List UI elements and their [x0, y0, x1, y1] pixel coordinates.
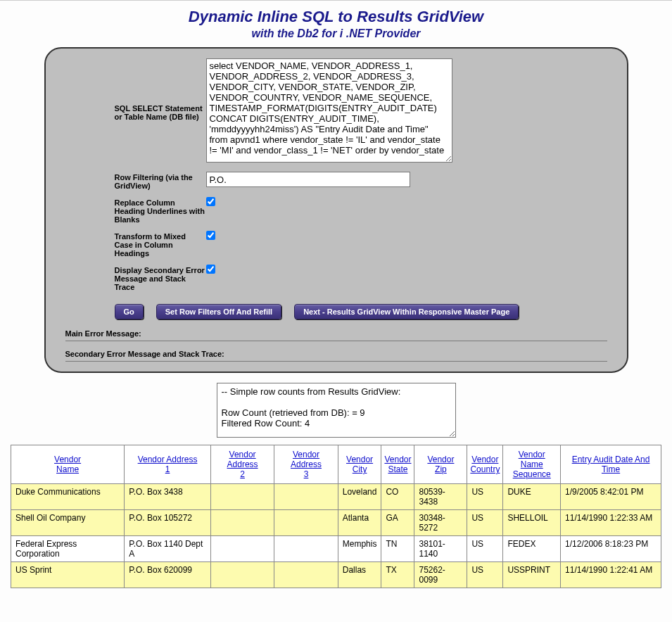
- go-button[interactable]: Go: [115, 304, 144, 319]
- query-panel: SQL SELECT Statement or Table Name (DB f…: [44, 47, 628, 373]
- table-cell: FEDEX: [503, 536, 561, 562]
- results-grid: VendorNameVendor Address1Vendor Address2…: [11, 445, 661, 588]
- table-cell: 1/12/2006 8:18:23 PM: [561, 536, 661, 562]
- table-cell: 11/14/1990 1:22:41 AM: [561, 562, 661, 588]
- column-header[interactable]: Entry Audit Date And Time: [561, 445, 661, 484]
- table-cell: [274, 562, 338, 588]
- table-cell: TX: [381, 562, 414, 588]
- mixed-case-label: Transform to Mixed Case in Column Headin…: [65, 231, 206, 258]
- table-cell: P.O. Box 1140 Dept A: [125, 536, 211, 562]
- table-cell: 80539-3438: [414, 484, 467, 510]
- set-row-filters-off-button[interactable]: Set Row Filters Off And Refill: [156, 304, 281, 319]
- table-cell: GA: [381, 510, 414, 536]
- table-cell: Dallas: [338, 562, 381, 588]
- table-cell: 30348-5272: [414, 510, 467, 536]
- sql-input[interactable]: [206, 58, 452, 163]
- table-cell: 1/9/2005 8:42:01 PM: [561, 484, 661, 510]
- filter-label: Row Filtering (via the GridView): [65, 172, 206, 190]
- table-cell: Federal Express Corporation: [11, 536, 125, 562]
- table-cell: [210, 536, 274, 562]
- row-counts-output: [217, 383, 456, 438]
- table-row: US SprintP.O. Box 620099DallasTX75262-00…: [11, 562, 661, 588]
- table-cell: Shell Oil Company: [11, 510, 125, 536]
- table-cell: USSPRINT: [503, 562, 561, 588]
- table-cell: 38101-1140: [414, 536, 467, 562]
- column-header[interactable]: Vendor Address1: [125, 445, 211, 484]
- table-cell: 11/14/1990 1:22:33 AM: [561, 510, 661, 536]
- table-cell: CO: [381, 484, 414, 510]
- table-cell: [274, 510, 338, 536]
- table-cell: TN: [381, 536, 414, 562]
- table-cell: US: [467, 536, 503, 562]
- table-row: Shell Oil CompanyP.O. Box 105272AtlantaG…: [11, 510, 661, 536]
- table-cell: DUKE: [503, 484, 561, 510]
- table-cell: Loveland: [338, 484, 381, 510]
- table-cell: US: [467, 484, 503, 510]
- table-cell: US: [467, 510, 503, 536]
- column-header[interactable]: Vendor Address2: [210, 445, 274, 484]
- divider: [65, 341, 607, 341]
- table-row: Federal Express CorporationP.O. Box 1140…: [11, 536, 661, 562]
- page-title: Dynamic Inline SQL to Results GridView: [0, 8, 672, 26]
- column-header[interactable]: VendorState: [381, 445, 414, 484]
- column-header[interactable]: VendorCountry: [467, 445, 503, 484]
- table-cell: [274, 484, 338, 510]
- table-cell: US Sprint: [11, 562, 125, 588]
- column-header[interactable]: VendorName: [11, 445, 125, 484]
- next-button[interactable]: Next - Results GridView Within Responsiv…: [294, 304, 519, 319]
- divider: [65, 361, 607, 362]
- table-cell: [210, 510, 274, 536]
- table-cell: P.O. Box 105272: [125, 510, 211, 536]
- table-cell: P.O. Box 3438: [125, 484, 211, 510]
- table-cell: 75262-0099: [414, 562, 467, 588]
- sql-label: SQL SELECT Statement or Table Name (DB f…: [65, 103, 206, 121]
- secondary-error-checkbox[interactable]: [206, 265, 215, 274]
- mixed-case-checkbox[interactable]: [206, 231, 215, 240]
- table-cell: Duke Communications: [11, 484, 125, 510]
- column-header[interactable]: VendorCity: [338, 445, 381, 484]
- table-cell: [274, 536, 338, 562]
- table-cell: Atlanta: [338, 510, 381, 536]
- column-header[interactable]: VendorZip: [414, 445, 467, 484]
- secondary-error-msg-label: Secondary Error Message and Stack Trace:: [65, 344, 607, 360]
- page-subtitle: with the Db2 for i .NET Provider: [0, 27, 672, 40]
- table-cell: SHELLOIL: [503, 510, 561, 536]
- table-cell: P.O. Box 620099: [125, 562, 211, 588]
- column-header[interactable]: Vendor NameSequence: [503, 445, 561, 484]
- main-error-label: Main Error Message:: [65, 324, 607, 339]
- table-row: Duke CommunicationsP.O. Box 3438Loveland…: [11, 484, 661, 510]
- table-cell: [210, 562, 274, 588]
- table-cell: [210, 484, 274, 510]
- secondary-error-label: Display Secondary Error Message and Stac…: [65, 265, 206, 291]
- replace-underlines-label: Replace Column Heading Underlines with B…: [65, 197, 206, 224]
- table-cell: Memphis: [338, 536, 381, 562]
- row-filter-input[interactable]: [206, 172, 410, 187]
- page-header: Dynamic Inline SQL to Results GridView w…: [0, 8, 672, 40]
- column-header[interactable]: Vendor Address3: [274, 445, 338, 484]
- replace-underlines-checkbox[interactable]: [206, 197, 215, 206]
- table-cell: US: [467, 562, 503, 588]
